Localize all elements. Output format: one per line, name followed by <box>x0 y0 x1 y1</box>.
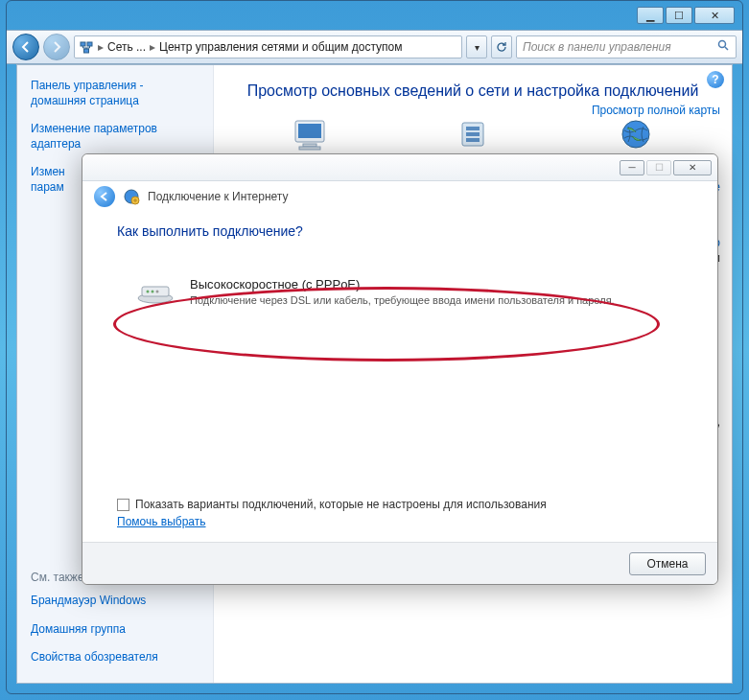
maximize-icon: ☐ <box>674 10 684 22</box>
breadcrumb-separator-icon: ▸ <box>98 40 104 54</box>
svg-point-18 <box>152 291 154 293</box>
dialog-close-button[interactable]: ✕ <box>673 160 712 175</box>
dialog-back-button[interactable] <box>94 186 115 207</box>
chevron-down-icon: ▾ <box>475 42 480 53</box>
svg-rect-5 <box>298 124 321 138</box>
dialog-body: Как выполнить подключение? Высокоскорост… <box>82 212 717 498</box>
dialog-footer-options: Показать варианты подключений, которые н… <box>82 498 717 542</box>
svg-point-17 <box>147 291 150 293</box>
back-button[interactable] <box>12 34 39 60</box>
checkbox-icon[interactable] <box>117 499 129 511</box>
arrow-left-icon <box>20 41 32 53</box>
maximize-icon: ☐ <box>655 162 664 173</box>
svg-point-3 <box>719 41 726 48</box>
svg-rect-11 <box>466 138 480 142</box>
search-placeholder: Поиск в панели управления <box>523 40 671 54</box>
dialog-maximize-button: ☐ <box>646 160 671 175</box>
breadcrumb-dropdown-button[interactable]: ▾ <box>466 35 487 58</box>
dialog-question: Как выполнить подключение? <box>117 223 683 239</box>
sidebar-firewall-link[interactable]: Брандмауэр Windows <box>31 594 199 609</box>
dialog-titlebar: ─ ☐ ✕ <box>82 154 717 181</box>
maximize-button[interactable]: ☐ <box>666 7 692 24</box>
search-input[interactable]: Поиск в панели управления <box>516 35 737 58</box>
svg-rect-7 <box>299 147 320 150</box>
connect-to-internet-dialog: ─ ☐ ✕ Подключение к Интернету Как выполн… <box>82 153 718 585</box>
dialog-minimize-button[interactable]: ─ <box>620 160 644 175</box>
dialog-title: Подключение к Интернету <box>148 190 289 203</box>
option-pppoe-title: Высокоскоростное (с PPPoE) <box>190 277 615 292</box>
svg-rect-16 <box>142 287 169 296</box>
sidebar-home-link[interactable]: Панель управления - домашняя страница <box>31 79 199 108</box>
show-unconfigured-label: Показать варианты подключений, которые н… <box>135 498 547 511</box>
option-pppoe[interactable]: Высокоскоростное (с PPPoE) Подключение ч… <box>125 268 675 317</box>
refresh-button[interactable] <box>491 35 512 58</box>
svg-rect-2 <box>84 49 89 53</box>
cancel-button[interactable]: Отмена <box>629 552 706 575</box>
breadcrumb-network[interactable]: Сеть ... <box>107 40 146 54</box>
svg-rect-0 <box>81 42 85 46</box>
minimize-icon: ▁ <box>646 10 654 22</box>
sidebar-homegroup-link[interactable]: Домашняя группа <box>31 622 199 638</box>
globe-connect-icon <box>123 188 140 205</box>
svg-rect-1 <box>87 42 92 46</box>
modem-icon <box>136 277 175 304</box>
address-breadcrumb[interactable]: ▸ Сеть ... ▸ Центр управления сетями и о… <box>74 35 462 58</box>
breadcrumb-separator-icon: ▸ <box>150 40 155 54</box>
svg-point-12 <box>622 121 649 148</box>
sidebar-adapter-link[interactable]: Изменение параметров адаптера <box>31 122 199 152</box>
computer-icon <box>290 117 330 153</box>
option-pppoe-desc: Подключение через DSL или кабель, требую… <box>190 293 615 308</box>
help-choose-link[interactable]: Помочь выбрать <box>117 515 206 528</box>
svg-rect-9 <box>466 127 480 130</box>
svg-point-19 <box>156 291 159 293</box>
close-icon: ✕ <box>711 10 719 22</box>
breadcrumb-page[interactable]: Центр управления сетями и общим доступом <box>159 40 403 54</box>
globe-icon <box>616 117 656 153</box>
network-device-icon <box>453 117 493 153</box>
minimize-icon: ─ <box>628 162 635 173</box>
arrow-right-icon <box>51 41 62 53</box>
refresh-icon <box>496 41 507 53</box>
dialog-button-bar: Отмена <box>82 542 717 584</box>
arrow-left-icon <box>100 192 109 201</box>
explorer-toolbar: ▸ Сеть ... ▸ Центр управления сетями и о… <box>7 30 742 64</box>
sidebar-ie-options-link[interactable]: Свойства обозревателя <box>31 650 199 665</box>
window-titlebar: ▁ ☐ ✕ <box>7 1 742 30</box>
forward-button[interactable] <box>43 34 70 60</box>
minimize-button[interactable]: ▁ <box>637 7 664 24</box>
view-map-link[interactable]: Просмотр полной карты <box>592 104 720 117</box>
show-unconfigured-checkbox-row[interactable]: Показать варианты подключений, которые н… <box>117 498 683 511</box>
help-icon[interactable]: ? <box>707 71 724 88</box>
page-title: Просмотр основных сведений о сети и наст… <box>237 82 709 100</box>
close-button[interactable]: ✕ <box>694 7 735 24</box>
dialog-header: Подключение к Интернету <box>82 181 717 212</box>
close-icon: ✕ <box>689 162 696 173</box>
svg-rect-10 <box>466 132 480 136</box>
search-icon <box>717 39 730 55</box>
network-icon <box>79 39 94 55</box>
